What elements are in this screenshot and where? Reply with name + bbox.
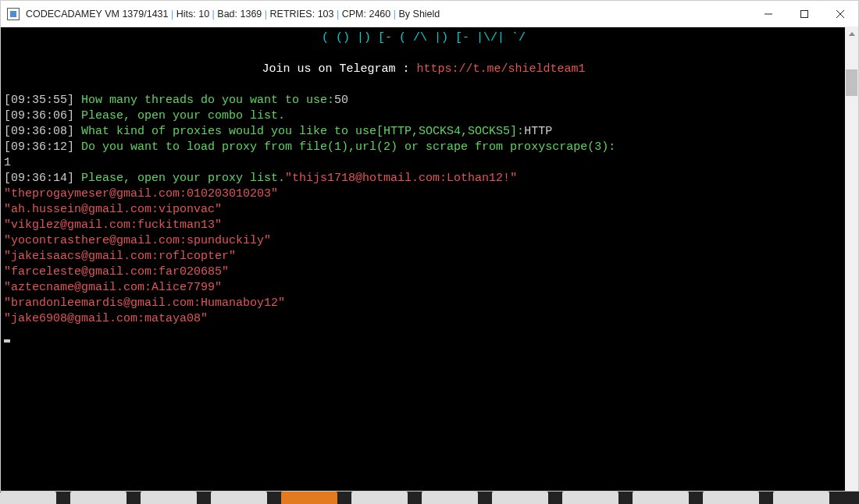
maximize-icon xyxy=(800,10,808,18)
prompt-text: What kind of proxies would you like to u… xyxy=(81,125,524,138)
taskbar-item[interactable] xyxy=(633,492,689,504)
taskbar-item[interactable] xyxy=(773,492,829,504)
taskbar-item[interactable] xyxy=(70,492,127,504)
minimize-icon xyxy=(765,10,772,18)
output-line: "ah.hussein@gmail.com:viponvac" xyxy=(4,203,222,216)
taskbar-item-active[interactable] xyxy=(281,492,337,504)
output-line: "theprogaymeser@gmail.com:010203010203" xyxy=(4,187,278,201)
output-line: "farceleste@gmail.com:far020685" xyxy=(4,265,229,279)
taskbar-item[interactable] xyxy=(562,492,618,504)
taskbar-item[interactable] xyxy=(422,492,478,504)
output-line: "thijs1718@hotmail.com:Lothan12!" xyxy=(285,172,517,185)
cursor xyxy=(4,339,10,343)
output-line: "vikglez@gmail.com:fuckitman13" xyxy=(4,218,222,232)
prompt-text: Do you want to load proxy from file(1),u… xyxy=(81,140,615,154)
window-controls xyxy=(750,1,858,27)
timestamp: [09:36:08] xyxy=(4,125,74,138)
console[interactable]: ( () |) [- ( /\ |) [- |\/| `/ Join us on… xyxy=(1,27,845,491)
output-line: "jakeisaacs@gmail.com:roflcopter" xyxy=(4,250,236,263)
timestamp: [09:36:12] xyxy=(4,140,74,154)
close-button[interactable] xyxy=(822,1,858,27)
user-input: 1 xyxy=(4,156,11,169)
maximize-button[interactable] xyxy=(786,1,822,27)
scrollbar[interactable] xyxy=(845,27,858,491)
output-line: "yocontrasthere@gmail.com:spunduckily" xyxy=(4,234,271,247)
join-line: Join us on Telegram : https://t.me/shiel… xyxy=(4,62,843,77)
taskbar-item[interactable] xyxy=(492,492,548,504)
taskbar-item[interactable] xyxy=(211,492,267,504)
output-line: "brandonleemardis@gmail.com:Humanaboy12" xyxy=(4,296,285,310)
taskbar-item[interactable] xyxy=(0,492,56,504)
timestamp: [09:36:06] xyxy=(4,109,74,122)
telegram-link[interactable]: https://t.me/shieldteam1 xyxy=(417,62,586,76)
user-input: HTTP xyxy=(524,125,552,138)
user-input: 50 xyxy=(334,94,348,107)
timestamp: [09:35:55] xyxy=(4,94,74,107)
console-area: ( () |) [- ( /\ |) [- |\/| `/ Join us on… xyxy=(1,27,858,491)
ascii-banner: ( () |) [- ( /\ |) [- |\/| `/ xyxy=(4,30,843,46)
taskbar-item[interactable] xyxy=(141,492,197,504)
taskbar-item[interactable] xyxy=(703,492,759,504)
svg-rect-1 xyxy=(801,10,808,17)
taskbar[interactable] xyxy=(0,492,859,504)
taskbar-item[interactable] xyxy=(351,492,408,504)
scroll-up-button[interactable] xyxy=(845,27,858,41)
window-title: CODECADAMEY VM 1379/1431 | Hits: 10 | Ba… xyxy=(26,9,750,20)
app-icon xyxy=(7,8,20,20)
window: CODECADAMEY VM 1379/1431 | Hits: 10 | Ba… xyxy=(0,0,859,492)
prompt-text: Please, open your proxy list. xyxy=(81,172,285,185)
prompt-text: How many threads do you want to use: xyxy=(81,94,334,107)
timestamp: [09:36:14] xyxy=(4,172,74,185)
output-line: "aztecname@gmail.com:Alice7799" xyxy=(4,281,222,294)
prompt-text: Please, open your combo list. xyxy=(81,109,285,122)
close-icon xyxy=(836,10,844,18)
chevron-up-icon xyxy=(849,32,855,36)
svg-marker-4 xyxy=(849,32,855,36)
scrollbar-thumb[interactable] xyxy=(846,69,857,96)
output-line: "jake6908@gmail.com:mataya08" xyxy=(4,312,208,325)
titlebar[interactable]: CODECADAMEY VM 1379/1431 | Hits: 10 | Ba… xyxy=(1,1,858,27)
minimize-button[interactable] xyxy=(750,1,786,27)
